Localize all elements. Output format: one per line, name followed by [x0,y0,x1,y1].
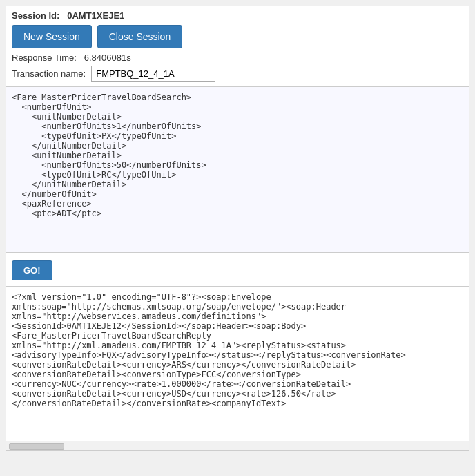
go-button-row: GO! [6,255,469,287]
xml-input-area[interactable] [6,87,469,253]
bottom-scrollbar[interactable] [6,441,469,450]
close-session-button[interactable]: Close Session [97,25,183,48]
response-time-label: Response Time: [12,53,77,63]
session-id-row: Session Id: 0AMT1XEJE1 [12,10,463,21]
response-time-row: Response Time: 6.8406081s [12,53,463,63]
bottom-scrollbar-thumb [9,443,64,450]
session-id-label: Session Id: [12,10,59,21]
new-session-button[interactable]: New Session [12,25,92,48]
button-row: New Session Close Session [12,25,463,48]
response-time-value: 6.8406081s [84,53,131,63]
go-button[interactable]: GO! [12,260,52,280]
transaction-input[interactable] [91,66,215,82]
transaction-row: Transaction name: [12,66,463,82]
transaction-label: Transaction name: [12,68,86,79]
main-container: GO! [6,86,469,451]
session-id-value: 0AMT1XEJE1 [67,10,124,21]
xml-output-area[interactable] [6,287,469,439]
